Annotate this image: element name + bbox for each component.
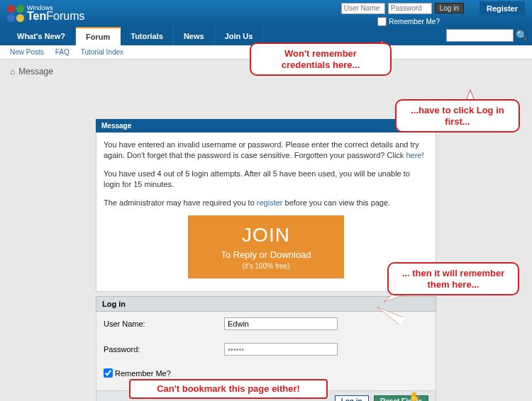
password-input-top[interactable] xyxy=(388,3,432,14)
tab-news[interactable]: News xyxy=(174,27,215,45)
remember-me-form[interactable]: Remember Me? xyxy=(104,368,428,378)
forgot-password-link[interactable]: here xyxy=(406,151,421,159)
annotation-callout-3: ... then it will remember them here... xyxy=(387,262,519,295)
reset-fields-button[interactable]: Reset Fields xyxy=(374,395,428,401)
remember-checkbox-top[interactable] xyxy=(377,17,387,26)
login-button-form[interactable]: Log in xyxy=(335,395,369,401)
register-button[interactable]: Register xyxy=(480,1,525,16)
subnav-faq[interactable]: FAQ xyxy=(55,48,70,56)
register-link[interactable]: register xyxy=(257,198,283,207)
subnav-new-posts[interactable]: New Posts xyxy=(10,48,44,56)
logo-text: Windows TenForums xyxy=(27,5,85,23)
header-bar: Windows TenForums Log in Register Rememb… xyxy=(0,0,532,27)
tab-forum[interactable]: Forum xyxy=(76,27,121,45)
login-button-top[interactable]: Log in xyxy=(435,3,464,13)
username-label: User Name: xyxy=(104,320,224,328)
annotation-callout-4: Can't bookmark this page either! xyxy=(129,379,328,399)
logo-icon xyxy=(7,5,24,22)
tab-tutorials[interactable]: Tutorials xyxy=(121,27,174,45)
search-icon[interactable]: 🔍 xyxy=(516,30,528,41)
home-icon[interactable]: ⌂ xyxy=(10,67,15,77)
password-input[interactable] xyxy=(224,343,338,356)
breadcrumb-message: Message xyxy=(18,67,53,77)
remember-me-top[interactable]: Remember Me? xyxy=(377,17,440,26)
remember-checkbox-form[interactable] xyxy=(104,368,113,378)
join-button[interactable]: JOIN To Reply or Download (it's 100% fre… xyxy=(188,215,344,278)
tab-whats-new[interactable]: What's New? xyxy=(7,27,76,45)
password-label: Password: xyxy=(104,345,224,354)
search-input[interactable] xyxy=(446,29,514,42)
message-panel-header: Message xyxy=(96,119,436,132)
username-input-top[interactable] xyxy=(341,3,385,14)
annotation-callout-2: ...have to click Log in first... xyxy=(395,99,520,132)
username-input[interactable] xyxy=(224,317,338,330)
subnav-tutorial-index[interactable]: Tutorial Index xyxy=(81,48,123,56)
site-logo[interactable]: Windows TenForums xyxy=(7,5,85,23)
annotation-callout-1: Won't remember credentials here... xyxy=(250,43,392,76)
message-panel-body: You have entered an invalid username or … xyxy=(96,132,436,292)
